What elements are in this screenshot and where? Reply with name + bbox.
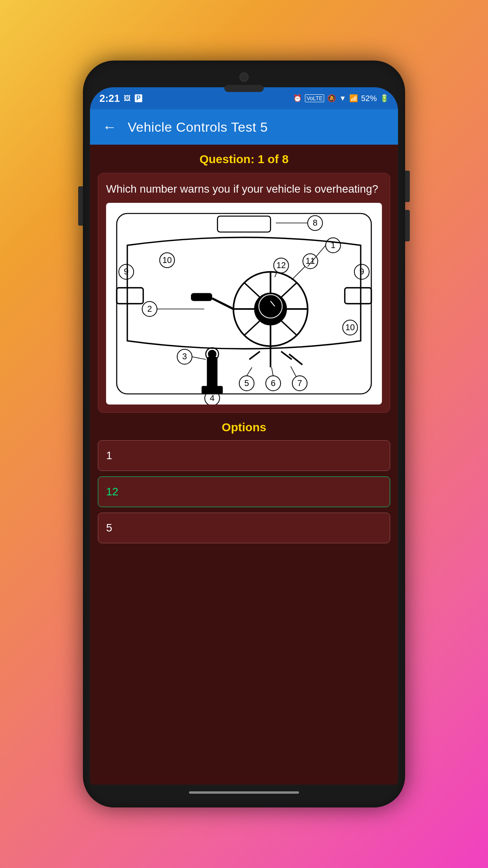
app-bar: ← Vehicle Controls Test 5 (90, 109, 398, 145)
question-counter: Question: 1 of 8 (98, 153, 390, 166)
option-1[interactable]: 1 (98, 440, 390, 471)
options-title: Options (98, 421, 390, 434)
question-text: Which number warns you if your vehicle i… (106, 181, 382, 197)
volume-down-button[interactable] (405, 210, 410, 241)
power-button[interactable] (78, 186, 83, 226)
back-button[interactable]: ← (99, 116, 120, 138)
svg-rect-22 (207, 357, 218, 389)
svg-rect-15 (191, 293, 212, 301)
svg-text:6: 6 (271, 378, 275, 388)
alarm-icon: ⏰ (293, 94, 302, 103)
content-area: Question: 1 of 8 Which number warns you … (90, 145, 398, 785)
battery-icon: 🔋 (380, 94, 389, 103)
signal-icon: 📶 (349, 94, 358, 103)
option-2-label: 12 (106, 485, 118, 498)
status-right: ⏰ VoLTE 🔕 ▼ 📶 52% 🔋 (293, 94, 389, 103)
camera (239, 72, 249, 82)
photo-icon: 🖼 (124, 94, 131, 103)
option-3-label: 5 (106, 522, 112, 534)
status-time: 2:21 (99, 92, 120, 105)
speaker (224, 85, 264, 92)
svg-text:4: 4 (210, 393, 215, 403)
svg-text:12: 12 (276, 260, 286, 270)
svg-text:11: 11 (306, 256, 315, 266)
phone-frame: 2:21 🖼 P ⏰ VoLTE 🔕 ▼ 📶 52% 🔋 ← Vehicle C… (83, 61, 405, 807)
svg-text:2: 2 (147, 304, 152, 314)
status-left: 2:21 🖼 P (99, 92, 142, 105)
phone-screen: 2:21 🖼 P ⏰ VoLTE 🔕 ▼ 📶 52% 🔋 ← Vehicle C… (90, 87, 398, 800)
svg-text:9: 9 (124, 267, 128, 276)
option-2[interactable]: 12 (98, 476, 390, 507)
volte-icon: VoLTE (305, 94, 324, 102)
svg-text:10: 10 (162, 255, 172, 265)
battery-percentage: 52% (361, 94, 377, 103)
parking-icon: P (135, 94, 142, 102)
bottom-indicator (189, 791, 299, 794)
svg-text:3: 3 (182, 351, 187, 361)
volume-up-button[interactable] (405, 171, 410, 202)
diagram-container: 1 2 3 4 (106, 203, 382, 405)
wifi-icon: ▼ (339, 94, 346, 103)
option-1-label: 1 (106, 449, 112, 462)
vehicle-diagram: 1 2 3 4 (106, 203, 382, 405)
svg-text:7: 7 (297, 378, 302, 388)
svg-text:10: 10 (345, 322, 355, 332)
question-card: Which number warns you if your vehicle i… (98, 173, 390, 413)
svg-point-24 (208, 350, 216, 359)
option-3[interactable]: 5 (98, 513, 390, 543)
bottom-bar (90, 785, 398, 800)
svg-text:9: 9 (360, 267, 364, 276)
svg-text:8: 8 (313, 218, 317, 228)
app-title: Vehicle Controls Test 5 (128, 120, 268, 135)
mute-icon: 🔕 (327, 94, 336, 103)
svg-text:5: 5 (244, 378, 249, 388)
svg-text:1: 1 (331, 240, 336, 250)
